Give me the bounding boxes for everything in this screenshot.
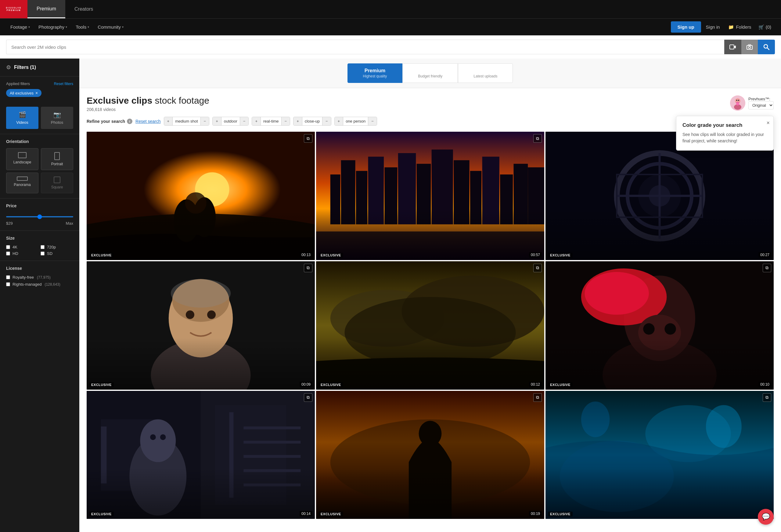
search-button[interactable]: [758, 40, 775, 54]
copy-button-9[interactable]: ⧉: [763, 393, 771, 402]
exclusive-badge-1: EXCLUSIVE: [89, 253, 114, 258]
tag-real-time-add[interactable]: +: [252, 117, 261, 125]
video-search-icon[interactable]: [724, 40, 741, 54]
popup-body: See how clips will look color graded in …: [683, 131, 767, 144]
popup-close-button[interactable]: ×: [766, 120, 770, 126]
price-slider[interactable]: [6, 216, 73, 217]
video-card-3[interactable]: ⧉ EXCLUSIVE 00:27: [545, 132, 774, 260]
tag-real-time: + real-time −: [252, 117, 290, 126]
size-hd[interactable]: HD: [6, 251, 39, 256]
top-nav: DISSOLVE PREMIUM Premium Creators: [0, 0, 781, 18]
svg-rect-74: [243, 441, 300, 443]
size-grid: 4K 720p HD SD: [6, 245, 73, 256]
size-4k[interactable]: 4K: [6, 245, 39, 250]
remove-filter-button[interactable]: ×: [35, 91, 38, 95]
price-section: Price $29 Max: [0, 198, 79, 230]
reset-search-button[interactable]: Reset search: [135, 119, 161, 124]
tag-real-time-remove[interactable]: −: [281, 117, 290, 125]
results-header: Exclusive clips stock footage 206,618 vi…: [79, 88, 781, 112]
portrait-button[interactable]: Portrait: [41, 148, 73, 170]
photo-search-icon[interactable]: [741, 40, 758, 54]
panorama-icon: [17, 177, 28, 181]
video-card-7[interactable]: ⧉ EXCLUSIVE 00:14: [87, 391, 315, 519]
video-card-1[interactable]: ⧉ EXCLUSIVE 00:13: [87, 132, 315, 260]
thumb-gradient: [545, 468, 774, 519]
tag-outdoor-add[interactable]: +: [213, 117, 221, 125]
copy-button-7[interactable]: ⧉: [304, 393, 313, 402]
license-rights-managed[interactable]: Rights-managed (128,643): [6, 282, 73, 286]
tag-close-up: + close-up −: [293, 117, 331, 126]
panorama-button[interactable]: Panorama: [6, 173, 38, 193]
tab-value[interactable]: Value Budget friendly: [402, 63, 458, 83]
thumb-gradient: [87, 338, 315, 389]
tab-premium[interactable]: Premium: [28, 0, 65, 18]
exclusive-badge-6: EXCLUSIVE: [548, 382, 573, 387]
copy-button-2[interactable]: ⧉: [533, 134, 542, 143]
price-range: $29 Max: [6, 213, 73, 226]
folders-button[interactable]: 📁 Folders: [725, 25, 755, 30]
tab-fresh[interactable]: Fresh Latest uploads: [458, 63, 513, 83]
tab-creators[interactable]: Creators: [65, 0, 102, 18]
copy-button-8[interactable]: ⧉: [533, 393, 542, 402]
videos-button[interactable]: 🎬 Videos: [6, 107, 38, 129]
size-720p[interactable]: 720p: [41, 245, 73, 250]
results-title: Exclusive clips stock footage: [87, 95, 209, 106]
copy-button-6[interactable]: ⧉: [763, 264, 771, 272]
svg-line-6: [767, 48, 770, 50]
tag-close-up-add[interactable]: +: [293, 117, 302, 125]
copy-button-1[interactable]: ⧉: [304, 134, 313, 143]
price-slider-wrap: [6, 213, 73, 219]
svg-point-13: [736, 102, 739, 105]
search-input[interactable]: [6, 40, 724, 54]
tab-premium[interactable]: Premium Highest quality: [347, 63, 403, 83]
nav-photography[interactable]: Photography ▾: [34, 25, 71, 30]
video-card-9[interactable]: ⧉ EXCLUSIVE 00:22: [545, 391, 774, 519]
tag-medium-shot-remove[interactable]: −: [200, 117, 209, 125]
reset-filters-button[interactable]: Reset filters: [54, 82, 73, 86]
tag-one-person-remove[interactable]: −: [368, 117, 377, 125]
license-royalty-free[interactable]: Royalty-free (77,975): [6, 275, 73, 279]
tag-one-person-add[interactable]: +: [335, 117, 343, 125]
video-card-4[interactable]: ⧉ EXCLUSIVE 00:09: [87, 261, 315, 390]
quality-tabs: Premium Highest quality Value Budget fri…: [79, 58, 781, 88]
svg-point-48: [207, 310, 216, 319]
svg-point-3: [749, 46, 751, 48]
license-list: Royalty-free (77,975) Rights-managed (12…: [6, 275, 73, 286]
cart-button[interactable]: 🛒 (0): [755, 25, 775, 30]
portrait-icon: [54, 152, 60, 160]
tag-outdoor-remove[interactable]: −: [240, 117, 249, 125]
svg-point-80: [419, 421, 442, 446]
square-icon: [54, 177, 60, 183]
chevron-down-icon: ▾: [122, 25, 124, 29]
video-card-5[interactable]: ⧉ EXCLUSIVE 00:12: [316, 261, 544, 390]
thumb-gradient: [87, 209, 315, 260]
filters-header: ⚙ Filters (1): [0, 58, 79, 77]
color-grade-select[interactable]: Original: [748, 101, 774, 109]
search-bar: [0, 35, 781, 58]
video-card-6[interactable]: ⧉ EXCLUSIVE 00:10: [545, 261, 774, 390]
size-sd[interactable]: SD: [41, 251, 73, 256]
square-button[interactable]: Square: [41, 173, 73, 193]
duration-8: 00:19: [529, 511, 542, 517]
nav-community[interactable]: Community ▾: [93, 25, 128, 30]
nav-tools[interactable]: Tools ▾: [71, 25, 93, 30]
tag-close-up-remove[interactable]: −: [322, 117, 331, 125]
signin-button[interactable]: Sign in: [701, 25, 725, 30]
chat-bubble[interactable]: 💬: [758, 509, 774, 525]
thumb-gradient: [545, 338, 774, 389]
svg-rect-73: [243, 426, 300, 429]
tag-medium-shot-add[interactable]: +: [164, 117, 173, 125]
video-card-2[interactable]: ⧉ EXCLUSIVE 00:57: [316, 132, 544, 260]
exclusive-badge-4: EXCLUSIVE: [89, 382, 114, 387]
photo-icon: 📷: [53, 111, 61, 118]
refine-label: Refine your search i: [87, 119, 132, 124]
photos-button[interactable]: 📷 Photos: [41, 107, 73, 129]
logo[interactable]: DISSOLVE PREMIUM: [0, 0, 28, 18]
signup-button[interactable]: Sign up: [671, 21, 701, 33]
landscape-button[interactable]: Landscape: [6, 148, 38, 170]
copy-button-5[interactable]: ⧉: [533, 264, 542, 272]
nav-footage[interactable]: Footage ▾: [6, 25, 34, 30]
video-card-8[interactable]: ⧉ EXCLUSIVE 00:19: [316, 391, 544, 519]
info-icon[interactable]: i: [127, 119, 132, 124]
copy-button-4[interactable]: ⧉: [304, 264, 313, 272]
